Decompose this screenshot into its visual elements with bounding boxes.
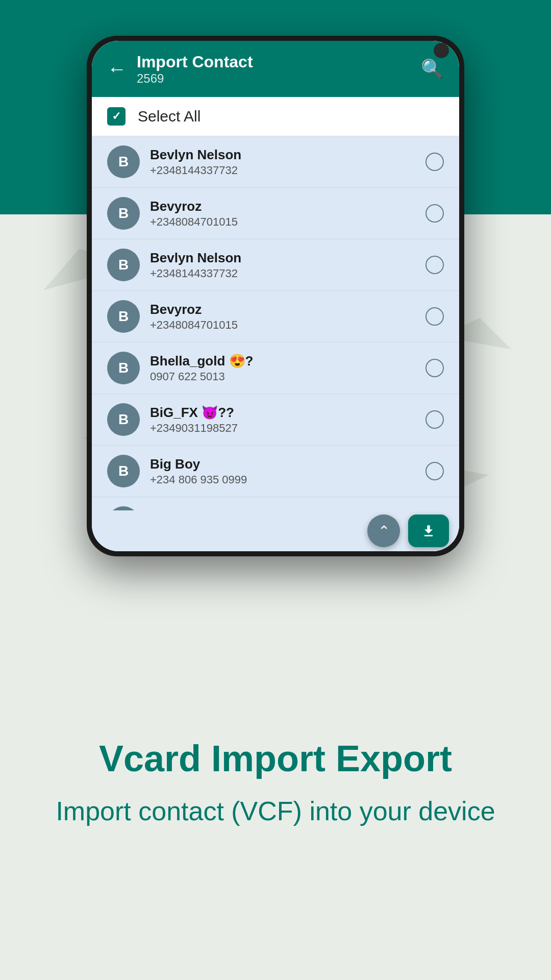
avatar: B — [107, 145, 140, 178]
page-title: Import Contact — [137, 53, 253, 71]
contact-name: Big Boy — [150, 456, 415, 473]
bottom-action-bar: ⌃ — [92, 510, 459, 551]
radio-button[interactable] — [425, 462, 444, 480]
app-bar-left: ← Import Contact 2569 — [107, 53, 253, 86]
contact-item[interactable]: B Bevlyn Nelson +2348144337732 — [92, 239, 459, 291]
contact-phone: +2349031198527 — [150, 422, 415, 435]
avatar: B — [107, 455, 140, 487]
contact-info: Bhella_gold 😍? 0907 622 5013 — [150, 353, 415, 383]
contact-item[interactable]: B Bhella_gold 😍? 0907 622 5013 — [92, 342, 459, 394]
contact-phone: +2348084701015 — [150, 318, 415, 332]
phone-screen: ← Import Contact 2569 🔍 Select All B Bev… — [92, 41, 459, 551]
select-all-label: Select All — [138, 108, 201, 125]
scroll-up-button[interactable]: ⌃ — [367, 514, 400, 547]
contact-info: BiG_FX 😈?? +2349031198527 — [150, 404, 415, 435]
contact-phone: +2348144337732 — [150, 267, 415, 280]
contact-info: Bevlyn Nelson +2348144337732 — [150, 250, 415, 280]
contact-phone: 0907 622 5013 — [150, 370, 415, 383]
contact-name: BiG_FX 😈?? — [150, 404, 415, 422]
contact-info: Bevlyn Nelson +2348144337732 — [150, 146, 415, 177]
select-all-row[interactable]: Select All — [92, 97, 459, 136]
download-icon — [420, 523, 437, 539]
bottom-section: Vcard Import Export Import contact (VCF)… — [0, 587, 551, 980]
phone-frame: ← Import Contact 2569 🔍 Select All B Bev… — [87, 36, 464, 556]
avatar: B — [107, 249, 140, 281]
radio-button[interactable] — [425, 204, 444, 223]
radio-button[interactable] — [425, 307, 444, 326]
radio-button[interactable] — [425, 153, 444, 171]
avatar: B — [107, 300, 140, 333]
title-block: Import Contact 2569 — [137, 53, 253, 86]
contact-item[interactable]: B Big Boy +234 806 935 0999 — [92, 446, 459, 497]
back-button[interactable]: ← — [107, 58, 127, 80]
radio-button[interactable] — [425, 256, 444, 274]
app-tagline: Import contact (VCF) into your device — [56, 794, 495, 829]
app-name: Vcard Import Export — [99, 739, 452, 779]
contact-count: 2569 — [137, 71, 253, 86]
app-bar: ← Import Contact 2569 🔍 — [92, 41, 459, 97]
contact-name: Bhella_gold 😍? — [150, 353, 415, 370]
radio-button[interactable] — [425, 410, 444, 429]
contact-item[interactable]: B Bevlyn Nelson +2348144337732 — [92, 136, 459, 188]
contact-info: Bevyroz +2348084701015 — [150, 301, 415, 332]
contact-info: Big Boy +234 806 935 0999 — [150, 456, 415, 486]
avatar: B — [107, 352, 140, 384]
download-button[interactable] — [408, 514, 449, 547]
contact-name: Bevyroz — [150, 198, 415, 215]
contact-item[interactable]: B Bevyroz +2348084701015 — [92, 291, 459, 342]
contact-info: Bevyroz +2348084701015 — [150, 198, 415, 229]
avatar: B — [107, 197, 140, 230]
contact-item[interactable]: B Bevyroz +2348084701015 — [92, 188, 459, 239]
contact-name: Bevlyn Nelson — [150, 250, 415, 267]
avatar: B — [107, 403, 140, 436]
contact-list: B Bevlyn Nelson +2348144337732 B Bevyroz… — [92, 136, 459, 551]
contact-phone: +2348084701015 — [150, 215, 415, 229]
select-all-checkbox[interactable] — [107, 107, 126, 126]
contact-name: Bevyroz — [150, 301, 415, 318]
radio-button[interactable] — [425, 359, 444, 377]
contact-item[interactable]: B BiG_FX 😈?? +2349031198527 — [92, 394, 459, 446]
camera-notch — [434, 43, 449, 58]
contact-name: Bevlyn Nelson — [150, 146, 415, 164]
search-button[interactable]: 🔍 — [421, 58, 444, 80]
contact-phone: +234 806 935 0999 — [150, 473, 415, 486]
contact-phone: +2348144337732 — [150, 164, 415, 177]
